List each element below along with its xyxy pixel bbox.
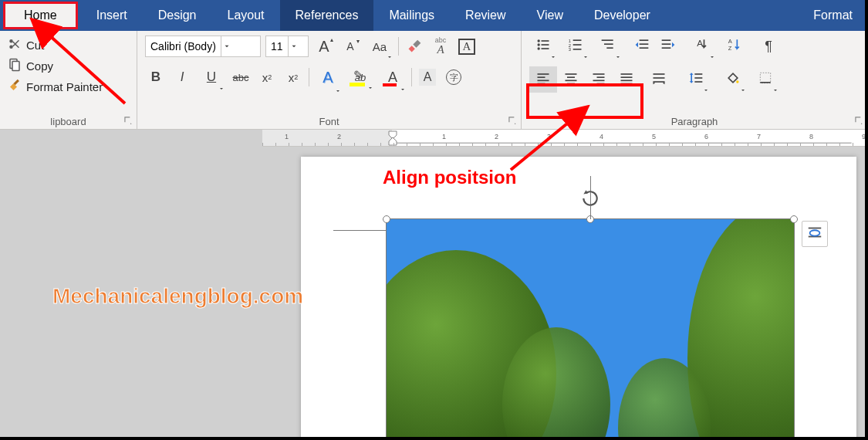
svg-rect-46	[694, 73, 702, 75]
svg-rect-30	[538, 83, 545, 85]
svg-rect-33	[566, 80, 577, 82]
inserted-image[interactable]	[386, 218, 795, 440]
font-color-button[interactable]: A	[379, 66, 407, 88]
shading-button[interactable]	[719, 69, 747, 90]
svg-rect-22	[662, 43, 671, 45]
format-painter-button[interactable]: Format Painter	[8, 79, 129, 95]
align-justify-icon	[619, 70, 634, 89]
decrease-indent-button[interactable]	[631, 36, 653, 57]
font-size-combo[interactable]: 11	[265, 36, 309, 57]
change-case-button[interactable]: Aa	[366, 36, 393, 57]
bold-button[interactable]: B	[145, 66, 167, 88]
tab-mailings[interactable]: Mailings	[373, 0, 450, 31]
paragraph-launcher[interactable]	[853, 115, 864, 126]
svg-rect-47	[694, 77, 702, 79]
tab-design[interactable]: Design	[143, 0, 212, 31]
phonetic-guide-button[interactable]: abcA	[430, 36, 451, 57]
group-paragraph: 123 A AZ ¶	[522, 31, 868, 129]
svg-rect-27	[538, 73, 549, 75]
cut-button[interactable]: Cut	[8, 37, 129, 53]
align-center-button[interactable]	[557, 66, 585, 93]
svg-rect-36	[597, 76, 605, 78]
align-left-button[interactable]	[529, 66, 557, 93]
align-justify-button[interactable]	[613, 66, 640, 93]
text-effects-button[interactable]: A	[314, 66, 342, 88]
chevron-down-icon	[615, 49, 621, 56]
svg-point-3	[538, 39, 540, 42]
enclose-chars-button[interactable]: 字	[443, 66, 464, 88]
svg-rect-16	[604, 43, 613, 45]
group-font-label: Font	[145, 113, 513, 127]
show-marks-button[interactable]: ¶	[758, 36, 779, 57]
resize-handle-tr[interactable]	[790, 215, 798, 223]
svg-rect-35	[593, 73, 605, 75]
tab-references[interactable]: References	[280, 0, 374, 31]
tab-format-label: Format	[813, 8, 853, 22]
italic-button[interactable]: I	[171, 66, 193, 88]
svg-rect-14	[573, 49, 582, 50]
clear-formatting-button[interactable]	[404, 36, 425, 57]
bullets-button[interactable]	[529, 36, 557, 57]
align-center-icon	[563, 70, 579, 89]
tab-spacer	[666, 0, 798, 31]
copy-button[interactable]: Copy	[8, 58, 129, 74]
tab-developer[interactable]: Developer	[579, 0, 666, 31]
font-launcher[interactable]	[507, 115, 518, 126]
character-border-button[interactable]: A	[456, 36, 478, 57]
svg-text:3: 3	[569, 47, 571, 52]
rotate-handle[interactable]	[580, 188, 600, 212]
tab-review-label: Review	[465, 8, 505, 22]
watermark-text: Mechanicalengblog.com	[52, 284, 303, 309]
shade-A: A	[424, 70, 432, 84]
chevron-down-icon	[709, 49, 715, 56]
highlight-button[interactable]: ab✎	[346, 66, 374, 88]
line-spacing-icon	[688, 70, 704, 89]
line-spacing-button[interactable]	[682, 69, 710, 90]
resize-handle-tl[interactable]	[383, 215, 390, 223]
tab-home-label: Home	[24, 8, 57, 22]
sort-icon: AZ	[727, 37, 742, 56]
superscript-button[interactable]: x2	[282, 66, 304, 88]
svg-rect-41	[621, 80, 633, 82]
clipboard-launcher[interactable]	[123, 115, 133, 126]
underline-button[interactable]: U	[198, 66, 225, 88]
subscript-button[interactable]: x2	[256, 66, 278, 88]
tab-format[interactable]: Format	[798, 0, 868, 31]
svg-rect-40	[621, 76, 633, 78]
copy-label: Copy	[26, 59, 53, 73]
text-direction-button[interactable]: A	[688, 36, 716, 57]
svg-rect-42	[621, 83, 633, 85]
tab-home[interactable]: Home	[3, 2, 78, 29]
tab-references-label: References	[296, 8, 359, 22]
svg-rect-44	[654, 77, 665, 79]
paint-bucket-icon	[725, 70, 741, 89]
grow-font-button[interactable]: A▴	[313, 36, 335, 57]
font-name-combo[interactable]: Calibri (Body)	[145, 36, 261, 57]
sort-button[interactable]: AZ	[721, 36, 748, 57]
svg-rect-6	[542, 40, 549, 42]
sup-2: 2	[294, 73, 298, 81]
tab-view[interactable]: View	[522, 0, 579, 31]
multilevel-list-button[interactable]	[594, 36, 622, 57]
tab-layout[interactable]: Layout	[212, 0, 280, 31]
distributed-button[interactable]	[645, 69, 673, 90]
svg-rect-34	[567, 83, 575, 85]
align-right-button[interactable]	[585, 66, 613, 93]
increase-indent-button[interactable]	[657, 36, 679, 57]
numbering-button[interactable]: 123	[562, 36, 589, 57]
multilevel-icon	[600, 37, 616, 56]
layout-options-button[interactable]	[802, 221, 828, 247]
char-shading-button[interactable]: A	[417, 66, 438, 88]
svg-rect-50	[760, 73, 770, 83]
borders-button[interactable]	[751, 69, 779, 90]
tab-design-label: Design	[158, 8, 197, 22]
tab-review[interactable]: Review	[450, 0, 521, 31]
ruler-horizontal[interactable]: 21123456789	[262, 130, 868, 147]
strikethrough-button[interactable]: abc	[230, 66, 252, 88]
svg-rect-28	[538, 76, 545, 78]
shrink-font-button[interactable]: A▾	[339, 36, 361, 57]
paintbrush-icon	[8, 79, 22, 95]
svg-rect-17	[606, 47, 613, 49]
tab-insert[interactable]: Insert	[81, 0, 143, 31]
outdent-icon	[634, 37, 650, 56]
